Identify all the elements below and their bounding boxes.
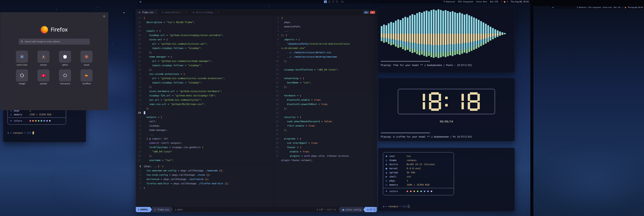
cava-bar [426, 11, 428, 57]
code-line: 21 description = "tux's NixOS Flake"; [136, 20, 273, 25]
shell-prompt[interactable]: ⌂→canopus~))) [383, 205, 410, 208]
workspace-switcher: 1 2 3 4 []= [324, 1, 344, 3]
cava-bar [499, 32, 501, 36]
status-dot-icon[interactable]: ● [625, 7, 626, 9]
shortcut-chatgpt[interactable]: chatgpt [11, 69, 33, 85]
cava-bar [440, 10, 442, 57]
nix-file-icon [154, 209, 156, 210]
tab-flake-nix[interactable]: flake.nix × [136, 10, 159, 15]
firefox-window[interactable]: New Tab + — □ × ← → ↻ Search with Google… [0, 0, 108, 110]
code-line: 6 } @ inputs: let [136, 137, 273, 141]
fetch-terminal-window[interactable]: ●usertux⌂hnamecanopus◆distroNixOS 24.11 … [378, 148, 515, 211]
code-line: 29 ssh.startAgent = true; [274, 141, 377, 145]
shortcut-chat-openai[interactable]: chat.openai [54, 69, 76, 85]
claude-icon [84, 54, 89, 59]
cava-bar [430, 10, 432, 57]
prompt-arrow: → [386, 205, 387, 208]
workspace-button-3[interactable]: 3 [332, 1, 334, 3]
newtab-search-input[interactable]: Search with Google or enter address [19, 39, 90, 45]
now-playing: Playing: d (coffee for your head) ** ♫ b… [381, 135, 512, 138]
line-number: 3 [136, 177, 144, 181]
layout-indicator[interactable]: []= [341, 1, 344, 3]
colors-icon: ♦ [10, 119, 14, 122]
code-line: 6 imports = [ [274, 38, 377, 42]
media-icon[interactable]: ♪ [622, 7, 623, 9]
shortcut-label: youtube [40, 83, 47, 85]
code-line: 4 firefox-mod-blur = pkgs.callPackage ./… [136, 181, 273, 186]
tab-pkgs-default[interactable]: pkgs/default... × [159, 10, 190, 15]
user-icon: ● [386, 155, 389, 158]
fetch-row: ●usertux [386, 154, 451, 158]
line-number: 5 [136, 186, 144, 190]
workspace-button-1[interactable]: 1 [324, 1, 327, 3]
editor-toggle-button[interactable]: ◉ [364, 11, 369, 14]
workspace-button-2[interactable]: 2 [328, 1, 330, 3]
fetch-row: □memory2185 | 15394 MiB [10, 113, 63, 116]
visualizer-window[interactable]: =====================================> P… [378, 7, 515, 73]
media-icon[interactable]: ♪ [501, 1, 502, 3]
code-line: 27 [274, 132, 377, 137]
fetch-colors-row: ♦colors [10, 119, 63, 123]
line-number: 14 [274, 76, 281, 81]
shortcut-search-nixos[interactable]: search.nixos [11, 51, 33, 66]
cava-bar [471, 16, 472, 51]
editor-pane-pkgs-default[interactable]: 1{pkgs, ...}: {1 tux-awesome-wm-config =… [136, 163, 273, 207]
line-number: 1 [136, 169, 144, 173]
palette-dot [41, 120, 42, 122]
fetch-value: NixOS 24.11 (Vicuna) [406, 163, 435, 166]
shortcut-cloudflare[interactable]: cloudflare [76, 69, 97, 85]
tab-close-icon[interactable]: × [155, 11, 156, 14]
line-number: 2 [274, 20, 281, 25]
code-line: 26 }; [274, 128, 377, 132]
code-line: 25 rtkit.enable = true; [274, 124, 377, 128]
monitor-gap [530, 0, 533, 216]
chatgpt-icon [20, 73, 24, 78]
shortcut-github[interactable]: github [54, 51, 76, 66]
editor-window[interactable]: flake.nix × pkgs/default... × hosts/isoI… [136, 10, 377, 212]
line-number [274, 46, 281, 51]
amazon-icon: a [41, 54, 46, 59]
code-line: 9 nix-vscode-extensions = { [136, 72, 273, 76]
gpu-module: GPU: Integrated [458, 1, 473, 3]
tab-close-icon[interactable]: × [218, 11, 219, 14]
code-line: 16 url = "github:nix-community/nixos-wsl… [136, 42, 273, 46]
cava-bar [459, 13, 460, 55]
line-number: 21 [274, 106, 281, 111]
shortcut-claude[interactable]: claude [76, 51, 97, 66]
editor-pane-flake[interactable]: 22{21 description = "tux's NixOS Flake";… [136, 15, 273, 163]
code-line: 11 username = "tux"; [136, 158, 273, 162]
editor-pane-isoimage[interactable]: 1{2 pkgs,3 modulesPath,4 ...5}: {6 impor… [274, 15, 377, 207]
line-number: 13 [136, 55, 144, 59]
code-line: 3 astronvim = pkgs.callPackage ./astronv… [136, 177, 273, 181]
cava-bar [383, 25, 385, 43]
editor-close-button[interactable]: × [370, 11, 375, 14]
shortcut-youtube[interactable]: youtube [33, 69, 54, 85]
code-line: 32 plugins = with pkgs.xfce; [thunar-arc… [274, 154, 377, 158]
status-dot-icon[interactable]: ● [504, 1, 506, 3]
line-number: 20 [274, 102, 281, 106]
cloudflare-icon [84, 73, 89, 78]
workspace-button-4[interactable]: 4 [336, 1, 338, 3]
tray-expand-icon[interactable]: ▾ [507, 1, 508, 3]
shortcut-label: claude [84, 64, 90, 66]
code-line: 1 outputs = { [136, 115, 273, 119]
cava-bar [400, 20, 402, 47]
lines-icon: ≡ [367, 208, 368, 211]
shortcut-grid: search.nixos a amazon github claude chat… [11, 51, 97, 85]
line-number: 7 [274, 42, 281, 46]
tab-label: flake.nix [142, 11, 154, 14]
tab-close-icon[interactable]: × [186, 11, 187, 14]
shortcut-amazon[interactable]: a amazon [33, 51, 54, 66]
tab-hosts-isoimage[interactable]: hosts/isoImag... × [190, 10, 222, 15]
menu-icon[interactable]: ≡ [552, 7, 554, 9]
palette-dot [420, 190, 422, 192]
shell-prompt[interactable]: ⌂→canopus~))) [8, 131, 83, 134]
line-number: 6 [136, 137, 144, 141]
palette-dot [417, 190, 418, 192]
code-line: 3 modulesPath, [274, 25, 377, 29]
line-number: 1 [136, 115, 144, 119]
personalize-gear-icon[interactable]: ⚙ [103, 15, 105, 18]
line-number: 11 [136, 63, 144, 68]
menu-icon[interactable]: ≡ [140, 1, 142, 3]
clock-window[interactable]: 08/08/24 ===============================… [378, 78, 515, 141]
